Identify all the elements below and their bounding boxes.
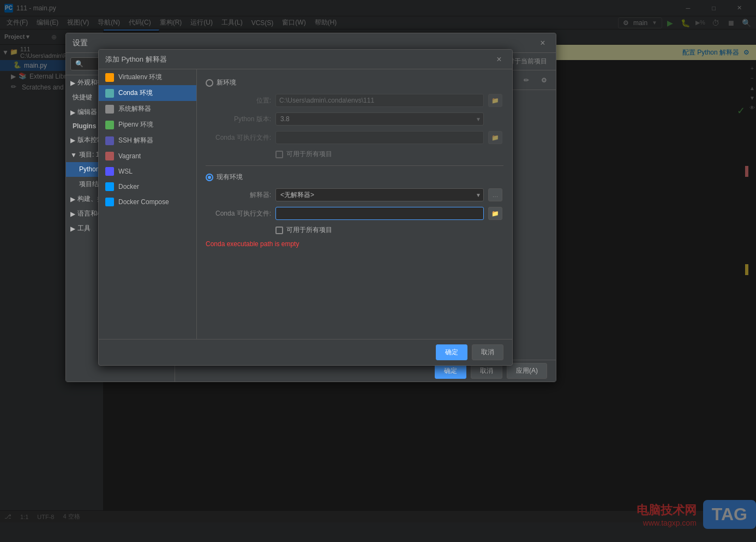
add-interp-title: 添加 Python 解释器: [105, 55, 493, 64]
docker-icon: [105, 182, 114, 191]
conda-exec-label: Conda 可执行文件:: [206, 209, 271, 218]
interpreter-field[interactable]: 解释器: <无解释器> ▼ …: [206, 188, 503, 201]
arrow-right-icon: ▶: [70, 79, 75, 87]
add-interpreter-dialog: 添加 Python 解释器 × Virtualenv 环境 Conda 环境 系…: [98, 49, 513, 366]
python-version-select: 3.8 ▼: [275, 112, 484, 126]
new-env-radio[interactable]: 新环境: [206, 78, 503, 87]
existing-env-radio[interactable]: 现有环境: [206, 172, 503, 182]
add-interp-header: 添加 Python 解释器 ×: [99, 50, 512, 69]
existing-env-radio-btn[interactable]: [206, 174, 213, 181]
make-available-checkbox[interactable]: [275, 227, 283, 234]
add-interp-ok-btn[interactable]: 确定: [436, 344, 467, 360]
add-interp-body: Virtualenv 环境 Conda 环境 系统解释器 Pipenv 环境 S…: [99, 69, 512, 339]
interpreter-type-list: Virtualenv 环境 Conda 环境 系统解释器 Pipenv 环境 S…: [99, 69, 197, 339]
interpreter-label: 解释器:: [206, 190, 271, 200]
add-interp-footer: 确定 取消: [99, 339, 512, 365]
interp-type-virtualenv[interactable]: Virtualenv 环境: [99, 69, 196, 85]
system-icon: [105, 105, 114, 114]
conda-exec-input[interactable]: [275, 207, 484, 220]
arrow-right-icon2: ▶: [70, 109, 75, 116]
settings-close-btn[interactable]: ×: [536, 37, 549, 50]
conda-exec-label-new: Conda 可执行文件:: [206, 133, 271, 142]
conda-exec-browse-btn[interactable]: 📁: [488, 207, 502, 220]
arrow-right-icon3: ▶: [70, 136, 75, 144]
interp-type-pipenv[interactable]: Pipenv 环境: [99, 117, 196, 133]
about-current-project-tab[interactable]: 对于当前项目: [508, 57, 547, 66]
conda-error-text: Conda executable path is empty: [206, 240, 503, 248]
gear-settings-btn[interactable]: ⚙: [536, 73, 551, 88]
conda-exec-browse-new: 📁: [488, 131, 502, 144]
location-field: 位置: 📁: [206, 94, 503, 107]
arrow-down-icon: ▼: [70, 151, 77, 159]
settings-dialog-title: 设置: [73, 38, 536, 48]
add-interp-close-btn[interactable]: ×: [493, 53, 506, 66]
interp-type-ssh[interactable]: SSH 解释器: [99, 133, 196, 148]
make-available-checkbox-new: [275, 151, 283, 158]
wsl-icon: [105, 167, 114, 176]
interp-type-docker[interactable]: Docker: [99, 179, 196, 194]
interp-dropdown-arrow-icon: ▼: [476, 192, 481, 198]
python-version-label: Python 版本:: [206, 115, 271, 124]
form-divider: [206, 165, 503, 166]
arrow-right-icon6: ▶: [70, 225, 75, 233]
interp-type-system[interactable]: 系统解释器: [99, 101, 196, 117]
interp-type-conda[interactable]: Conda 环境: [99, 85, 196, 101]
location-label: 位置:: [206, 96, 271, 105]
edit-interp-btn[interactable]: ✏: [519, 73, 534, 88]
virtualenv-icon: [105, 73, 114, 82]
conda-exec-field-new: Conda 可执行文件: 📁: [206, 131, 503, 144]
make-available-new: 可用于所有项目: [206, 150, 503, 159]
pipenv-icon: [105, 121, 114, 129]
new-env-radio-btn[interactable]: [206, 79, 213, 87]
settings-apply-btn[interactable]: 应用(A): [507, 363, 547, 379]
interpreter-form: 新环境 位置: 📁 Python 版本: 3.8 ▼ Conda 可执行文件: …: [197, 69, 512, 339]
location-browse-btn: 📁: [488, 94, 502, 107]
interp-type-wsl[interactable]: WSL: [99, 164, 196, 179]
make-available-existing[interactable]: 可用于所有项目: [206, 225, 503, 235]
interpreter-browse-btn[interactable]: …: [488, 188, 502, 201]
interp-type-vagrant[interactable]: Vagrant: [99, 148, 196, 164]
conda-exec-field[interactable]: Conda 可执行文件: 📁: [206, 207, 503, 220]
python-version-field: Python 版本: 3.8 ▼: [206, 112, 503, 126]
vagrant-icon: [105, 152, 114, 160]
add-interp-cancel-btn[interactable]: 取消: [472, 344, 503, 360]
arrow-right-icon5: ▶: [70, 210, 75, 218]
location-input: [275, 94, 484, 107]
conda-exec-input-new: [275, 131, 484, 144]
ssh-icon: [105, 136, 114, 145]
interp-type-docker-compose[interactable]: Docker Compose: [99, 194, 196, 210]
interpreter-select[interactable]: <无解释器> ▼: [275, 188, 484, 201]
docker-compose-icon: [105, 198, 114, 206]
arrow-right-icon4: ▶: [70, 195, 75, 203]
dropdown-arrow-icon: ▼: [476, 116, 481, 122]
conda-icon: [105, 89, 114, 98]
